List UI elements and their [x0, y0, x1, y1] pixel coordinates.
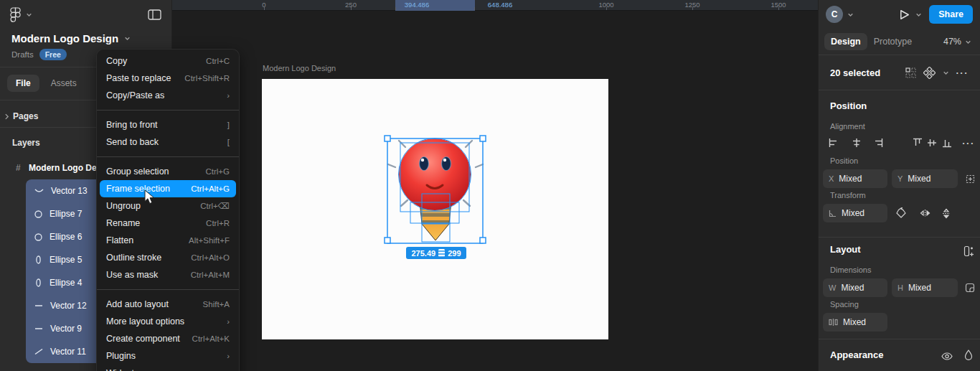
layer-name: Ellipse 6 — [50, 232, 82, 242]
submenu-chevron-icon: › — [227, 91, 230, 100]
horizontal-line-icon — [34, 304, 43, 307]
spacing-field[interactable]: Mixed — [823, 313, 887, 332]
layout-section: Layout Dimensions W Mixed H Mixed Spacin… — [819, 237, 980, 339]
blend-droplet-icon[interactable] — [961, 347, 976, 362]
menu-item-label: More layout options — [106, 316, 184, 327]
logo-left-eye — [420, 157, 429, 171]
align-left-button[interactable] — [826, 135, 842, 151]
menu-item-paste-to-replace[interactable]: Paste to replaceCtrl+Shift+R — [100, 70, 236, 87]
tab-design[interactable]: Design — [824, 33, 867, 50]
dimensions-separator-icon — [438, 249, 445, 257]
menu-item-label: Bring to front — [106, 120, 158, 130]
x-position-field[interactable]: X Mixed — [823, 169, 887, 188]
selection-count: 20 selected — [830, 67, 880, 78]
menu-item-flatten[interactable]: FlattenAlt+Shift+F — [100, 232, 236, 249]
menu-item-send-to-back[interactable]: Send to back[ — [100, 133, 236, 151]
logo-right-eye-glint — [443, 159, 446, 161]
layout-section-title: Layout — [830, 244, 861, 255]
align-horizontal-center-button[interactable] — [849, 135, 864, 151]
figma-logo-icon[interactable] — [10, 7, 21, 22]
menu-item-use-as-mask[interactable]: Use as maskCtrl+Alt+M — [100, 266, 236, 283]
dimensions-label: Dimensions — [830, 266, 871, 274]
rotation-value: Mixed — [842, 208, 864, 218]
play-chevron-icon[interactable] — [915, 11, 922, 18]
menu-item-create-component[interactable]: Create componentCtrl+Alt+K — [100, 330, 236, 347]
select-matching-layers-icon[interactable] — [905, 67, 916, 78]
layer-name: Vector 13 — [51, 186, 88, 196]
file-title[interactable]: Modern Logo Design — [11, 32, 118, 44]
menu-item-copy[interactable]: CopyCtrl+C — [100, 52, 236, 70]
menu-item-shortcut: Ctrl+Alt+O — [191, 253, 230, 262]
present-play-icon[interactable] — [900, 9, 910, 20]
diagonal-line-icon — [34, 348, 43, 355]
spacing-label: Spacing — [830, 300, 859, 309]
menu-item-label: Flatten — [106, 235, 133, 245]
frame-title-label[interactable]: Modern Logo Design — [263, 64, 336, 72]
rotate-button[interactable] — [893, 205, 909, 221]
zoom-control[interactable]: 47% — [943, 37, 974, 47]
menu-item-shortcut: Shift+A — [203, 300, 230, 309]
flip-vertical-button[interactable] — [938, 205, 954, 221]
tab-assets[interactable]: Assets — [47, 75, 81, 92]
absolute-position-button[interactable] — [962, 171, 978, 187]
menu-item-outline-stroke[interactable]: Outline strokeCtrl+Alt+O — [100, 249, 236, 266]
appearance-section: Appearance — [819, 339, 980, 371]
logo-artwork-with-selection[interactable] — [381, 130, 490, 262]
menu-item-plugins[interactable]: Plugins› — [100, 347, 236, 365]
chevron-down-icon[interactable] — [26, 11, 32, 18]
menu-item-add-auto-layout[interactable]: Add auto layoutShift+A — [100, 296, 236, 313]
menu-item-label: Copy/Paste as — [106, 90, 164, 100]
flip-horizontal-button[interactable] — [917, 205, 933, 221]
position-section: Position Alignment ··· Position — [819, 90, 980, 237]
h-field-label: H — [897, 283, 903, 292]
menu-item-ungroup[interactable]: UngroupCtrl+⌫ — [100, 197, 236, 215]
align-vertical-center-button[interactable] — [924, 135, 940, 151]
menu-item-rename[interactable]: RenameCtrl+R — [100, 215, 236, 232]
menu-item-shortcut: Ctrl+G — [205, 167, 230, 176]
menu-item-widgets[interactable]: Widgets› — [100, 365, 236, 371]
visibility-eye-icon[interactable] — [939, 348, 955, 364]
menu-item-frame-selection[interactable]: Frame selectionCtrl+Alt+G — [100, 180, 236, 197]
chevron-down-icon[interactable] — [124, 35, 131, 42]
width-field[interactable]: W Mixed — [823, 278, 887, 297]
avatar-chevron-icon[interactable] — [847, 11, 854, 18]
h-field-value: Mixed — [908, 283, 931, 293]
align-right-button[interactable] — [870, 135, 886, 151]
more-options-icon[interactable]: ··· — [956, 67, 969, 78]
alignment-more-options-icon[interactable]: ··· — [961, 135, 976, 151]
menu-item-shortcut: Ctrl+R — [206, 219, 230, 227]
menu-item-shortcut: Ctrl+⌫ — [200, 201, 230, 211]
add-auto-layout-button[interactable] — [961, 243, 976, 259]
menu-item-label: Frame selection — [106, 184, 170, 194]
menu-item-more-layout-options[interactable]: More layout options› — [100, 313, 236, 330]
y-position-field[interactable]: Y Mixed — [892, 169, 958, 188]
chevron-down-icon[interactable] — [943, 70, 949, 76]
height-field[interactable]: H Mixed — [892, 278, 958, 297]
menu-item-bring-to-front[interactable]: Bring to front] — [100, 116, 236, 133]
free-plan-badge: Free — [39, 49, 67, 60]
y-field-label: Y — [897, 174, 903, 183]
menu-item-label: Paste to replace — [106, 73, 171, 83]
frame-icon: # — [16, 163, 29, 173]
tab-file[interactable]: File — [7, 75, 39, 92]
drafts-label: Drafts — [11, 50, 34, 59]
rotation-field[interactable]: Mixed — [823, 204, 887, 222]
align-top-button[interactable] — [910, 135, 925, 151]
component-icon[interactable] — [923, 67, 936, 79]
layer-name: Vector 9 — [50, 324, 82, 334]
layers-label: Layers — [12, 138, 40, 148]
menu-item-shortcut: ] — [227, 121, 230, 129]
align-bottom-button[interactable] — [939, 135, 955, 151]
layer-name: Vector 12 — [50, 301, 87, 311]
circle-icon — [34, 233, 42, 241]
menu-item-shortcut: Alt+Shift+F — [189, 236, 230, 245]
tab-prototype[interactable]: Prototype — [867, 33, 919, 50]
share-button[interactable]: Share — [929, 5, 973, 24]
user-avatar[interactable]: C — [826, 6, 843, 23]
narrow-ellipse-icon — [34, 278, 42, 287]
constrain-proportions-button[interactable] — [962, 280, 978, 296]
menu-item-group-selection[interactable]: Group selectionCtrl+G — [100, 163, 236, 180]
menu-item-copy-paste-as[interactable]: Copy/Paste as› — [100, 87, 236, 104]
toggle-sidebar-icon[interactable] — [148, 9, 161, 20]
layer-name: Ellipse 5 — [50, 255, 82, 265]
